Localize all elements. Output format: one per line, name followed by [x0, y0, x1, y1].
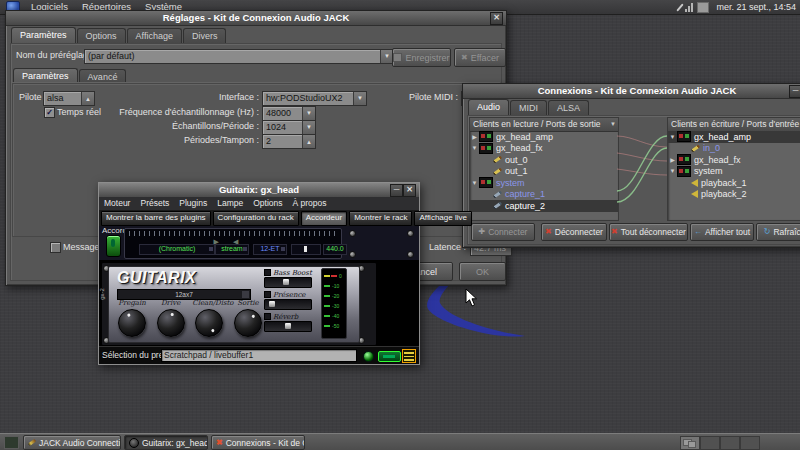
taskbar-window-3[interactable]: ✖Connexions - Kit de C... [211, 435, 305, 450]
interface-combo[interactable]: hw:PODStudioUX2 ▼ [262, 91, 367, 106]
writable-row-playback_2[interactable]: playback_2 [668, 189, 800, 201]
guitarix-menu-moteur[interactable]: Moteur [99, 197, 135, 210]
knob-sortie[interactable]: Sortie [231, 299, 265, 341]
switch-slider[interactable] [264, 277, 312, 288]
close-icon[interactable]: ✕ [403, 184, 416, 197]
writable-row-in_0[interactable]: in_0 [668, 143, 800, 155]
settings-tab-divers[interactable]: Divers [183, 28, 227, 43]
guitarix-menu-options[interactable]: Options [248, 197, 287, 210]
readable-row-out_0[interactable]: out_0 [470, 154, 618, 166]
writable-clients-list[interactable]: Clients en écriture / Ports d'entrée ▼gx… [667, 117, 800, 221]
tuner-temperament-combo[interactable]: 12-ET [253, 244, 287, 255]
readable-row-gx_head_fx[interactable]: ▼gx_head_fx [470, 143, 618, 155]
writable-row-system[interactable]: ▼system [668, 166, 800, 178]
ok-button[interactable]: OK [459, 262, 506, 281]
readable-row-system[interactable]: ▼system [470, 177, 618, 189]
tuner-mode-combo[interactable]: (Chromatic) [139, 244, 215, 255]
settings-tab-affichage[interactable]: Affichage [127, 28, 182, 43]
clock[interactable]: mer. 21 sept., 14:54 [713, 2, 796, 12]
frames-combo[interactable]: 1024 ▼ [262, 120, 316, 135]
toolbar-accordeur[interactable]: Accordeur [301, 211, 347, 226]
settings-tab-paramètres[interactable]: Paramètres [11, 27, 76, 43]
knob-dial[interactable] [195, 309, 223, 337]
combo-button-icon[interactable] [243, 247, 247, 251]
readable-clients-header[interactable]: Clients en lecture / Ports de sortie ▼ [470, 118, 618, 132]
switch-checkbox[interactable] [264, 269, 271, 276]
guitarix-menu-pr-sets[interactable]: Présets [135, 197, 174, 210]
expander-icon[interactable]: ▶ [668, 156, 677, 163]
guitarix-menu-lampe[interactable]: Lampe [212, 197, 248, 210]
guitarix-titlebar[interactable]: Guitarix: gx_head ─ ✕ [99, 183, 419, 198]
writable-row-playback_1[interactable]: playback_1 [668, 177, 800, 189]
knob-pregain[interactable]: Pregain [115, 299, 149, 341]
expander-icon[interactable]: ▶ [470, 133, 479, 140]
writable-clients-header[interactable]: Clients en écriture / Ports d'entrée [668, 118, 800, 132]
driver-combo[interactable]: alsa ▲▼ [43, 91, 95, 106]
sort-arrow-icon[interactable]: ▼ [610, 118, 616, 131]
preset-field[interactable]: Scratchpad / livebuffer1 [161, 349, 357, 362]
settings-inner-tab-paramètres[interactable]: Paramètres [13, 68, 78, 84]
readable-row-capture_1[interactable]: capture_1 [470, 189, 618, 201]
chevron-down-icon[interactable]: ▼ [302, 121, 315, 134]
rafra-chir-button[interactable]: ↻Rafraîchir [756, 223, 800, 241]
tuner-power-switch[interactable] [106, 235, 121, 257]
afficher-tout-button[interactable]: ←Afficher tout [690, 223, 754, 241]
pen-tool-icon[interactable] [677, 3, 684, 11]
switch-slider[interactable] [264, 321, 312, 332]
readable-row-out_1[interactable]: out_1 [470, 166, 618, 178]
combo-button-icon[interactable] [209, 247, 213, 251]
workspace-3[interactable] [720, 436, 740, 450]
status-led[interactable] [363, 351, 374, 362]
samplerate-combo[interactable]: 48000 ▼ [262, 106, 316, 121]
minimize-icon[interactable]: ─ [390, 184, 403, 197]
toolbar-montrer-le-rack[interactable]: Montrer le rack [349, 211, 412, 226]
expander-icon[interactable]: ▼ [470, 180, 479, 186]
minimize-icon[interactable]: ─ [789, 85, 800, 98]
expander-icon[interactable]: ▼ [668, 168, 677, 174]
expander-icon[interactable]: ▼ [668, 134, 677, 140]
guitarix-menu-plugins[interactable]: Plugins [174, 197, 212, 210]
workspace-2[interactable] [700, 436, 720, 450]
switch-slider[interactable] [264, 299, 312, 310]
expander-icon[interactable]: ▼ [470, 145, 479, 151]
toolbar-montrer-la-barre-des-plugins[interactable]: Montrer la barre des plugins [101, 211, 211, 226]
toolbar-configuration-du-rack[interactable]: Configuration du rack [213, 211, 299, 226]
connecter-button[interactable]: ✚Connecter [471, 223, 535, 241]
knob-dial[interactable] [234, 309, 262, 337]
switch-checkbox[interactable] [264, 291, 271, 298]
combo-button-icon[interactable] [281, 247, 285, 251]
combo-button-icon[interactable] [242, 291, 249, 298]
show-desktop-icon[interactable] [4, 436, 19, 449]
readable-clients-list[interactable]: Clients en lecture / Ports de sortie ▼ ▶… [469, 117, 619, 221]
settings-inner-tab-avancé[interactable]: Avancé [79, 69, 127, 84]
taskbar-window-2[interactable]: Guitarix: gx_head [124, 435, 208, 450]
save-preset-button[interactable]: Enregistrer [392, 48, 451, 67]
connections-tab-alsa[interactable]: ALSA [548, 100, 589, 115]
guitarix-menu--propos[interactable]: À propos [287, 197, 331, 210]
midi-indicator-button[interactable] [378, 351, 401, 362]
verbose-checkbox[interactable] [50, 242, 61, 253]
knob-drive[interactable]: Drive [154, 299, 188, 341]
writable-row-gx_head_amp[interactable]: ▼gx_head_amp [668, 131, 800, 143]
taskbar-window-1[interactable]: JACK Audio Connecti... [23, 435, 121, 450]
knob-dial[interactable] [118, 309, 146, 337]
workspace-4[interactable] [740, 436, 760, 450]
readable-row-capture_2[interactable]: capture_2 [470, 200, 618, 212]
toolbar-affichage-live[interactable]: Affichage live [414, 211, 471, 226]
periods-spinbox[interactable]: 2 ▲▼ [262, 134, 316, 149]
realtime-checkbox[interactable]: ✓ [44, 107, 55, 118]
d-connecter-button[interactable]: ✖Déconnecter [541, 223, 607, 241]
notes-list-button[interactable] [402, 349, 416, 363]
spinner-icon[interactable]: ▲▼ [302, 135, 315, 148]
connections-titlebar[interactable]: Connexions - Kit de Connexion Audio JACK… [463, 84, 800, 99]
signal-bars-icon[interactable] [685, 3, 693, 12]
spinner-icon[interactable]: ▲▼ [81, 92, 94, 105]
delete-preset-button[interactable]: ✖ Effacer [454, 48, 506, 67]
chevron-down-icon[interactable]: ▼ [302, 107, 315, 120]
knob-clean-disto[interactable]: Clean/Disto [192, 299, 226, 341]
tuner-ref-slider[interactable] [291, 244, 321, 255]
connections-tab-audio[interactable]: Audio [468, 99, 509, 115]
settings-tab-options[interactable]: Options [77, 28, 126, 43]
connections-tab-midi[interactable]: MIDI [510, 100, 547, 115]
workspace-1[interactable] [680, 436, 700, 450]
